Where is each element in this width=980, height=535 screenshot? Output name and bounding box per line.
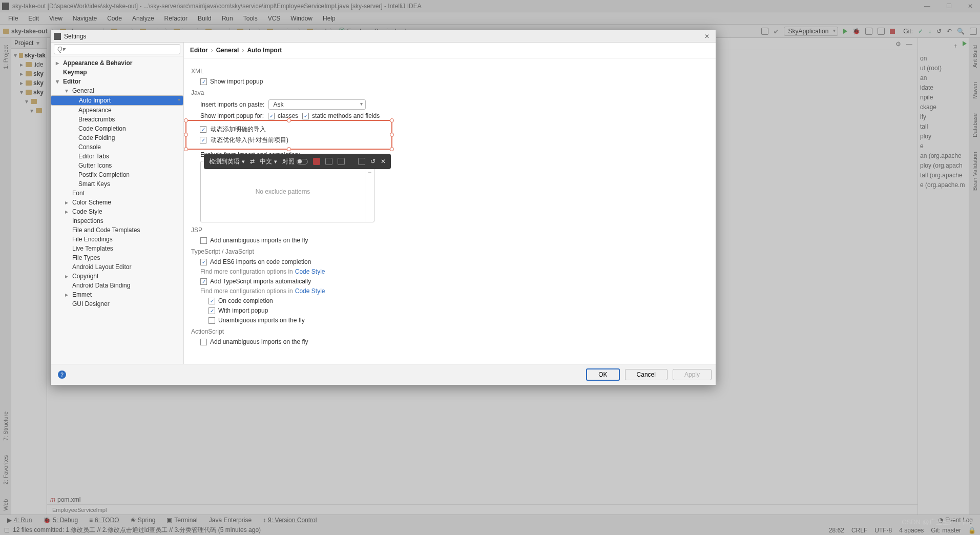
menu-refactor[interactable]: Refactor <box>160 14 192 23</box>
line-sep[interactable]: CRLF <box>851 527 867 534</box>
settings-tree-item[interactable]: Breadcrumbs <box>51 115 183 124</box>
settings-tree-item[interactable]: ▸Code Style <box>51 207 183 216</box>
indent[interactable]: 4 spaces <box>899 527 924 534</box>
strip-web[interactable]: Web <box>3 495 9 515</box>
settings-tree-item[interactable]: Postfix Completion <box>51 170 183 179</box>
settings-tree-item[interactable]: GUI Designer <box>51 299 183 308</box>
editor-breadcrumb[interactable]: EmployeeServiceImpl <box>47 504 918 515</box>
menu-file[interactable]: File <box>4 14 22 23</box>
settings-tree-item[interactable]: Gutter Icons <box>51 161 183 170</box>
run-icon[interactable] <box>963 41 967 46</box>
tab-spring[interactable]: ❀ Spring <box>128 517 159 524</box>
git-revert-icon[interactable]: ↶ <box>947 28 952 35</box>
settings-tree-item[interactable]: ▸Appearance & Behavior <box>51 58 183 68</box>
settings-tree-item[interactable]: ▸Color Scheme <box>51 198 183 207</box>
cb-es6[interactable]: ✓Add ES6 imports on code completion <box>200 258 311 265</box>
cb-as-unamb[interactable]: Add unambiguous imports on the fly <box>200 338 308 345</box>
settings-search-input[interactable] <box>54 44 180 54</box>
settings-tree-item[interactable]: Android Layout Editor <box>51 262 183 272</box>
list-item[interactable]: tall (org.apache <box>920 171 967 180</box>
settings-tree-item[interactable]: Code Completion <box>51 124 183 133</box>
caret-position[interactable]: 28:62 <box>829 527 844 534</box>
tree-item[interactable]: ▸.ide <box>12 60 46 69</box>
settings-tree-item[interactable]: File Types <box>51 253 183 262</box>
coverage-icon[interactable] <box>865 28 872 35</box>
encoding[interactable]: UTF-8 <box>874 527 892 534</box>
list-item[interactable]: an <box>920 73 967 83</box>
tab-debug[interactable]: 🐞 5: Debug <box>40 517 81 524</box>
settings-tree-item[interactable]: Code Folding <box>51 133 183 142</box>
settings-tree-item[interactable]: Auto Import <box>51 95 183 106</box>
maximize-button[interactable]: ☐ <box>941 3 956 10</box>
expand-icon[interactable] <box>358 158 365 165</box>
cb-show-popup-xml[interactable]: ✓Show import popup <box>200 78 263 85</box>
git-history-icon[interactable]: ↺ <box>936 28 942 35</box>
undo-icon[interactable]: ↺ <box>370 158 376 165</box>
editor-gear-icon[interactable]: ⚙ <box>895 40 901 48</box>
cancel-button[interactable]: Cancel <box>625 369 668 380</box>
minimize-button[interactable]: — <box>920 3 935 10</box>
run-icon[interactable] <box>843 29 847 34</box>
list-item[interactable]: on <box>920 54 967 64</box>
swap-icon[interactable]: ⇄ <box>250 158 255 165</box>
tab-run[interactable]: ▶ 4: Run <box>4 517 35 524</box>
settings-tree-item[interactable]: Inspections <box>51 216 183 225</box>
menu-build[interactable]: Build <box>194 14 216 23</box>
git-branch[interactable]: Git: master <box>931 527 961 534</box>
detect-lang[interactable]: 检测到英语 ▾ <box>209 157 245 166</box>
strip-bean[interactable]: Bean Validation <box>972 148 978 195</box>
menu-code[interactable]: Code <box>103 14 126 23</box>
select-insert-imports[interactable]: Ask <box>268 99 366 110</box>
paste-icon[interactable] <box>338 158 345 165</box>
settings-tree-item[interactable]: ▾Editor <box>51 77 183 86</box>
strip-favorites[interactable]: 2: Favorites <box>3 451 9 488</box>
settings-tree-item[interactable]: Smart Keys <box>51 179 183 189</box>
menu-run[interactable]: Run <box>218 14 237 23</box>
list-item[interactable]: tall <box>920 122 967 132</box>
tree-item[interactable]: ▾ <box>12 106 46 115</box>
screenshot-icon[interactable] <box>313 158 320 165</box>
editor-hide-icon[interactable]: — <box>906 40 912 48</box>
menu-help[interactable]: Help <box>319 14 340 23</box>
cb-classes[interactable]: ✓classes <box>268 112 298 119</box>
menu-tools[interactable]: Tools <box>239 14 262 23</box>
ok-button[interactable]: OK <box>586 368 619 381</box>
strip-ant[interactable]: Ant Build <box>972 41 978 72</box>
copy-icon[interactable] <box>325 158 332 165</box>
git-commit-icon[interactable]: ↓ <box>928 28 931 35</box>
project-header[interactable]: Project▾ <box>11 38 47 49</box>
settings-tree-item[interactable]: Live Templates <box>51 244 183 253</box>
list-item[interactable]: ify <box>920 112 967 122</box>
list-item[interactable]: e <box>920 141 967 151</box>
settings-tree-item[interactable]: File Encodings <box>51 235 183 244</box>
profile-icon[interactable] <box>878 28 885 35</box>
list-item[interactable]: an (org.apache <box>920 151 967 161</box>
list-item[interactable]: ploy <box>920 132 967 141</box>
dialog-titlebar[interactable]: Settings ✕ <box>51 30 716 43</box>
cb-unamb-fly[interactable]: Unambiguous imports on the fly <box>208 317 305 324</box>
tree-item[interactable]: ▾ <box>12 97 46 106</box>
lock-icon[interactable]: 🔒 <box>968 527 976 534</box>
target-lang[interactable]: 中文 ▾ <box>260 157 277 166</box>
tree-item[interactable]: ▸sky <box>12 69 46 78</box>
compare-toggle[interactable]: 对照 <box>282 157 308 166</box>
cb-static[interactable]: ✓static methods and fields <box>302 112 380 119</box>
translator-toolbar[interactable]: 检测到英语 ▾ ⇄ 中文 ▾ 对照 ↺ ✕ <box>204 154 391 169</box>
build-icon[interactable] <box>761 28 768 35</box>
list-item[interactable]: npile <box>920 93 967 102</box>
settings-tree-item[interactable]: Font <box>51 189 183 198</box>
menu-navigate[interactable]: Navigate <box>69 14 101 23</box>
strip-structure[interactable]: 7: Structure <box>3 407 9 445</box>
list-item[interactable]: ut (root) <box>920 64 967 73</box>
stop-icon[interactable] <box>890 29 895 34</box>
menu-edit[interactable]: Edit <box>24 14 43 23</box>
tree-item[interactable]: ▾sky-tak <box>12 51 46 60</box>
close-button[interactable]: ✕ <box>963 3 978 10</box>
tab-version-control[interactable]: ↕ 9: Version Control <box>260 517 320 524</box>
tab-terminal[interactable]: ▣ Terminal <box>163 517 200 524</box>
link-code-style[interactable]: Code Style <box>295 287 325 295</box>
list-item[interactable]: e (org.apache.m <box>920 180 967 190</box>
strip-maven[interactable]: Maven <box>972 78 978 103</box>
cb-on-completion[interactable]: ✓On code completion <box>208 297 273 304</box>
search-icon[interactable]: 🔍 <box>957 28 965 35</box>
